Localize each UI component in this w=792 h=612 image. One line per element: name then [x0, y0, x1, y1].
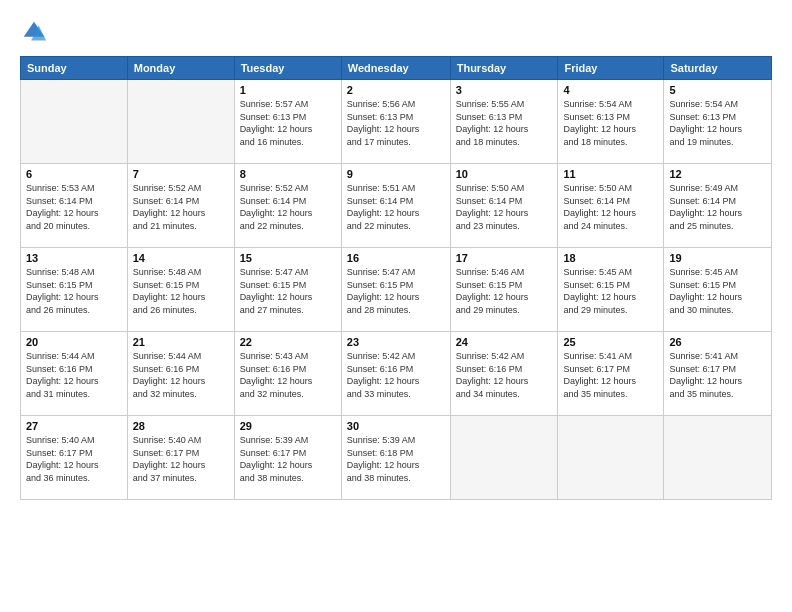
day-detail: Sunrise: 5:41 AM Sunset: 6:17 PM Dayligh…	[669, 350, 766, 400]
day-detail: Sunrise: 5:48 AM Sunset: 6:15 PM Dayligh…	[26, 266, 122, 316]
weekday-header-wednesday: Wednesday	[341, 57, 450, 80]
calendar-cell: 22Sunrise: 5:43 AM Sunset: 6:16 PM Dayli…	[234, 332, 341, 416]
calendar-cell	[664, 416, 772, 500]
day-number: 3	[456, 84, 553, 96]
day-number: 15	[240, 252, 336, 264]
day-detail: Sunrise: 5:44 AM Sunset: 6:16 PM Dayligh…	[26, 350, 122, 400]
day-detail: Sunrise: 5:54 AM Sunset: 6:13 PM Dayligh…	[669, 98, 766, 148]
calendar-cell: 13Sunrise: 5:48 AM Sunset: 6:15 PM Dayli…	[21, 248, 128, 332]
day-detail: Sunrise: 5:42 AM Sunset: 6:16 PM Dayligh…	[347, 350, 445, 400]
calendar-cell: 8Sunrise: 5:52 AM Sunset: 6:14 PM Daylig…	[234, 164, 341, 248]
day-detail: Sunrise: 5:47 AM Sunset: 6:15 PM Dayligh…	[347, 266, 445, 316]
calendar-cell: 24Sunrise: 5:42 AM Sunset: 6:16 PM Dayli…	[450, 332, 558, 416]
calendar-cell: 10Sunrise: 5:50 AM Sunset: 6:14 PM Dayli…	[450, 164, 558, 248]
day-detail: Sunrise: 5:54 AM Sunset: 6:13 PM Dayligh…	[563, 98, 658, 148]
day-number: 4	[563, 84, 658, 96]
calendar-cell: 16Sunrise: 5:47 AM Sunset: 6:15 PM Dayli…	[341, 248, 450, 332]
calendar-cell	[127, 80, 234, 164]
calendar-cell: 14Sunrise: 5:48 AM Sunset: 6:15 PM Dayli…	[127, 248, 234, 332]
day-number: 26	[669, 336, 766, 348]
calendar-cell: 26Sunrise: 5:41 AM Sunset: 6:17 PM Dayli…	[664, 332, 772, 416]
calendar-cell: 21Sunrise: 5:44 AM Sunset: 6:16 PM Dayli…	[127, 332, 234, 416]
day-number: 11	[563, 168, 658, 180]
day-detail: Sunrise: 5:47 AM Sunset: 6:15 PM Dayligh…	[240, 266, 336, 316]
day-number: 7	[133, 168, 229, 180]
calendar-cell: 6Sunrise: 5:53 AM Sunset: 6:14 PM Daylig…	[21, 164, 128, 248]
day-number: 19	[669, 252, 766, 264]
day-detail: Sunrise: 5:43 AM Sunset: 6:16 PM Dayligh…	[240, 350, 336, 400]
day-number: 1	[240, 84, 336, 96]
day-number: 20	[26, 336, 122, 348]
calendar-cell: 3Sunrise: 5:55 AM Sunset: 6:13 PM Daylig…	[450, 80, 558, 164]
day-number: 22	[240, 336, 336, 348]
day-number: 29	[240, 420, 336, 432]
day-detail: Sunrise: 5:40 AM Sunset: 6:17 PM Dayligh…	[26, 434, 122, 484]
page: SundayMondayTuesdayWednesdayThursdayFrid…	[0, 0, 792, 612]
calendar-cell: 15Sunrise: 5:47 AM Sunset: 6:15 PM Dayli…	[234, 248, 341, 332]
calendar-cell: 27Sunrise: 5:40 AM Sunset: 6:17 PM Dayli…	[21, 416, 128, 500]
logo-icon	[20, 18, 48, 46]
day-detail: Sunrise: 5:55 AM Sunset: 6:13 PM Dayligh…	[456, 98, 553, 148]
calendar-cell: 2Sunrise: 5:56 AM Sunset: 6:13 PM Daylig…	[341, 80, 450, 164]
calendar-cell: 20Sunrise: 5:44 AM Sunset: 6:16 PM Dayli…	[21, 332, 128, 416]
day-number: 12	[669, 168, 766, 180]
day-detail: Sunrise: 5:52 AM Sunset: 6:14 PM Dayligh…	[240, 182, 336, 232]
calendar-cell: 9Sunrise: 5:51 AM Sunset: 6:14 PM Daylig…	[341, 164, 450, 248]
calendar-cell: 4Sunrise: 5:54 AM Sunset: 6:13 PM Daylig…	[558, 80, 664, 164]
day-detail: Sunrise: 5:49 AM Sunset: 6:14 PM Dayligh…	[669, 182, 766, 232]
calendar-cell: 19Sunrise: 5:45 AM Sunset: 6:15 PM Dayli…	[664, 248, 772, 332]
weekday-header-tuesday: Tuesday	[234, 57, 341, 80]
day-number: 28	[133, 420, 229, 432]
calendar-cell: 23Sunrise: 5:42 AM Sunset: 6:16 PM Dayli…	[341, 332, 450, 416]
day-detail: Sunrise: 5:41 AM Sunset: 6:17 PM Dayligh…	[563, 350, 658, 400]
day-number: 21	[133, 336, 229, 348]
day-number: 6	[26, 168, 122, 180]
calendar-week-2: 13Sunrise: 5:48 AM Sunset: 6:15 PM Dayli…	[21, 248, 772, 332]
day-detail: Sunrise: 5:39 AM Sunset: 6:17 PM Dayligh…	[240, 434, 336, 484]
calendar-cell: 11Sunrise: 5:50 AM Sunset: 6:14 PM Dayli…	[558, 164, 664, 248]
weekday-header-saturday: Saturday	[664, 57, 772, 80]
day-detail: Sunrise: 5:45 AM Sunset: 6:15 PM Dayligh…	[669, 266, 766, 316]
day-number: 17	[456, 252, 553, 264]
weekday-header-friday: Friday	[558, 57, 664, 80]
day-detail: Sunrise: 5:50 AM Sunset: 6:14 PM Dayligh…	[563, 182, 658, 232]
day-number: 10	[456, 168, 553, 180]
day-detail: Sunrise: 5:53 AM Sunset: 6:14 PM Dayligh…	[26, 182, 122, 232]
calendar-table: SundayMondayTuesdayWednesdayThursdayFrid…	[20, 56, 772, 500]
calendar-cell: 1Sunrise: 5:57 AM Sunset: 6:13 PM Daylig…	[234, 80, 341, 164]
day-detail: Sunrise: 5:39 AM Sunset: 6:18 PM Dayligh…	[347, 434, 445, 484]
weekday-header-monday: Monday	[127, 57, 234, 80]
day-detail: Sunrise: 5:44 AM Sunset: 6:16 PM Dayligh…	[133, 350, 229, 400]
calendar-cell	[558, 416, 664, 500]
calendar-week-1: 6Sunrise: 5:53 AM Sunset: 6:14 PM Daylig…	[21, 164, 772, 248]
day-number: 13	[26, 252, 122, 264]
day-number: 27	[26, 420, 122, 432]
day-number: 24	[456, 336, 553, 348]
calendar-cell: 25Sunrise: 5:41 AM Sunset: 6:17 PM Dayli…	[558, 332, 664, 416]
day-number: 5	[669, 84, 766, 96]
day-number: 8	[240, 168, 336, 180]
day-number: 2	[347, 84, 445, 96]
day-number: 23	[347, 336, 445, 348]
calendar-week-0: 1Sunrise: 5:57 AM Sunset: 6:13 PM Daylig…	[21, 80, 772, 164]
calendar-cell	[21, 80, 128, 164]
day-detail: Sunrise: 5:46 AM Sunset: 6:15 PM Dayligh…	[456, 266, 553, 316]
day-number: 9	[347, 168, 445, 180]
weekday-header-sunday: Sunday	[21, 57, 128, 80]
calendar-cell: 5Sunrise: 5:54 AM Sunset: 6:13 PM Daylig…	[664, 80, 772, 164]
day-detail: Sunrise: 5:52 AM Sunset: 6:14 PM Dayligh…	[133, 182, 229, 232]
day-detail: Sunrise: 5:48 AM Sunset: 6:15 PM Dayligh…	[133, 266, 229, 316]
day-detail: Sunrise: 5:56 AM Sunset: 6:13 PM Dayligh…	[347, 98, 445, 148]
day-detail: Sunrise: 5:40 AM Sunset: 6:17 PM Dayligh…	[133, 434, 229, 484]
day-detail: Sunrise: 5:45 AM Sunset: 6:15 PM Dayligh…	[563, 266, 658, 316]
weekday-header-row: SundayMondayTuesdayWednesdayThursdayFrid…	[21, 57, 772, 80]
logo	[20, 18, 52, 46]
day-number: 25	[563, 336, 658, 348]
weekday-header-thursday: Thursday	[450, 57, 558, 80]
day-number: 18	[563, 252, 658, 264]
calendar-cell: 29Sunrise: 5:39 AM Sunset: 6:17 PM Dayli…	[234, 416, 341, 500]
calendar-cell: 30Sunrise: 5:39 AM Sunset: 6:18 PM Dayli…	[341, 416, 450, 500]
day-detail: Sunrise: 5:57 AM Sunset: 6:13 PM Dayligh…	[240, 98, 336, 148]
calendar-week-3: 20Sunrise: 5:44 AM Sunset: 6:16 PM Dayli…	[21, 332, 772, 416]
calendar-cell: 18Sunrise: 5:45 AM Sunset: 6:15 PM Dayli…	[558, 248, 664, 332]
